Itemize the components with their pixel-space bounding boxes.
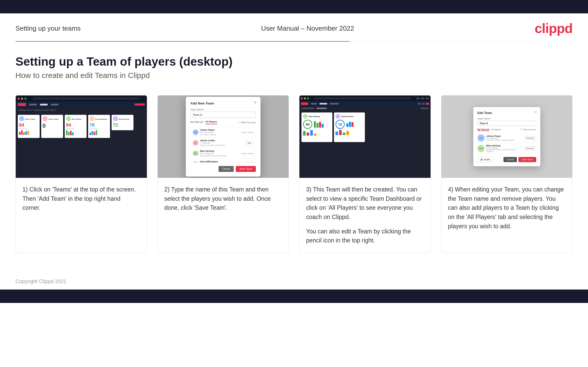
filter-label: Filter by name	[241, 121, 256, 124]
card-2: Add New Team ✕ Team Name * My Team (2) A…	[157, 95, 289, 253]
remove-player-button[interactable]: Remove	[524, 146, 536, 150]
trash-icon: 🗑	[480, 158, 483, 161]
filter-checkbox[interactable]	[238, 121, 240, 124]
nav-logo	[18, 103, 26, 106]
filter-by-name: Filter by name	[238, 121, 256, 124]
dot-green	[24, 98, 26, 100]
player-location: Royal North Devon Golf Club	[200, 155, 240, 157]
tpc-bars	[346, 122, 363, 127]
team-dash-content: Blair McHarg 94	[299, 110, 431, 178]
tpc-avatar	[303, 114, 308, 119]
list-item: DB Dave Billingham 3.6 Handicap The Gog …	[191, 159, 256, 163]
edit-team-name-input[interactable]	[477, 121, 536, 126]
modal-tabs: My Team (2) All Players Filter by name	[190, 120, 256, 124]
edit-player-item: AP Adrian Player Plus Handicap The Shire…	[477, 133, 536, 143]
player-card-mini-1: Adrian Collins 84 Player Quality	[18, 115, 40, 138]
player-info: Adrian Player Plus Handicap The Shire Lo…	[200, 129, 240, 136]
edit-modal-tabs: My Team (2) All Players Filter by name	[477, 128, 536, 131]
cancel-button[interactable]: Cancel	[219, 166, 234, 172]
edit-modal-title: Edit Team	[477, 111, 536, 115]
player-name: Blair McHarg	[200, 150, 240, 152]
modal-team-name-input[interactable]	[190, 112, 256, 118]
tpc-avatar	[335, 114, 340, 119]
header-manual-label: User Manual – November 2022	[261, 24, 354, 32]
card4-description: 4) When editing your Team, you can chang…	[448, 186, 564, 230]
top-bar	[0, 0, 588, 13]
url-bar	[33, 98, 140, 100]
modal-close-icon[interactable]: ✕	[254, 100, 257, 104]
card4-screenshot: Edit Team ✕ Team Name * My Team (2) All …	[441, 95, 573, 178]
tpc-chart	[303, 130, 331, 136]
header-section-label: Setting up your teams	[15, 24, 81, 32]
dot-green	[307, 98, 309, 99]
player-card-mini-2: Adrian Coliba 0 —	[41, 115, 63, 138]
controls	[416, 98, 429, 99]
delete-team-button[interactable]: 🗑 Delete	[477, 157, 493, 162]
edit-modal-label: Team Name *	[477, 117, 536, 120]
card1-description: 1) Click on 'Teams' at the top of the sc…	[22, 186, 136, 211]
player-name: Adrian Player	[486, 135, 523, 137]
player-club: 1 Handicap	[200, 142, 244, 144]
edit-tab-all-players[interactable]: All Players	[491, 128, 501, 131]
edit-modal-close-icon[interactable]: ✕	[534, 110, 537, 114]
edit-filter: Filter by name	[520, 128, 536, 131]
player-info: Dave Billingham 3.6 Handicap The Gog Mag…	[200, 160, 244, 163]
main-content: Setting up a Team of players (desktop) H…	[0, 42, 588, 273]
card3-description2: You can also edit a Team by clicking the…	[306, 227, 424, 245]
card2-description: 2) Type the name of this Team and then s…	[164, 186, 271, 211]
edit-team-modal: Edit Team ✕ Team Name * My Team (2) All …	[473, 107, 540, 166]
dash-content: Adrian Collins 84 Player Quality	[16, 113, 147, 140]
avatar: AC	[193, 140, 198, 146]
tpc-score-row: 72	[335, 120, 363, 129]
dash-nav	[16, 102, 147, 107]
add-team-modal: Add New Team ✕ Team Name * My Team (2) A…	[186, 97, 261, 177]
nav-perf	[330, 103, 339, 104]
player-name: Adrian Player	[200, 129, 240, 131]
modal-team-name-label: Team Name *	[190, 108, 256, 111]
dot-yellow	[21, 98, 23, 100]
footer: Copyright Clippd 2021	[0, 273, 588, 290]
tpc-top: Blair McHarg	[303, 114, 331, 119]
player-info: Adrian Coliba 1 Handicap Central London …	[200, 139, 244, 146]
card3-description1: 3) This Team will then be created. You c…	[306, 185, 424, 222]
edit-modal-footer: 🗑 Delete Cancel Save Team	[477, 157, 536, 162]
tpc-name: Richard Butler	[341, 116, 354, 117]
tpc-score: 94	[303, 120, 312, 129]
player-info: Blair McHarg Plus Handicap Royal North D…	[486, 144, 523, 152]
save-team-button[interactable]: Save Team	[236, 166, 256, 172]
add-player-button[interactable]: Add	[245, 162, 254, 163]
edit-save-team-button[interactable]: Save Team	[518, 157, 536, 162]
nav-teams	[320, 103, 327, 104]
tpc-top: Richard Butler	[335, 114, 363, 119]
player-club: Plus Handicap	[200, 131, 240, 134]
modal-footer: Cancel Save Team	[190, 166, 256, 172]
player-card-mini-5: Richard Butler 72	[112, 115, 133, 130]
edit-cancel-button[interactable]: Cancel	[503, 157, 517, 162]
url-bar	[314, 98, 411, 99]
card-3: Blair McHarg 94	[299, 95, 431, 253]
player-detail1: Plus Handicap	[486, 137, 523, 139]
tab-my-team[interactable]: My Team (2)	[190, 121, 203, 124]
tpc-score: 72	[335, 120, 345, 129]
dash-filter-label: Viewing 4 out of 4 players from All Play…	[16, 107, 147, 113]
remove-player-button[interactable]: Remove	[524, 136, 536, 140]
card1-screenshot: Viewing 4 out of 4 players from All Play…	[16, 95, 147, 178]
add-player-button[interactable]: Add	[245, 141, 254, 145]
edit-tab-my-team[interactable]: My Team (2)	[477, 128, 489, 131]
clippd-logo: clippd	[535, 21, 573, 36]
player-detail1: Plus Handicap	[486, 147, 523, 149]
avatar: DB	[193, 161, 198, 163]
edit-player-item: BM Blair McHarg Plus Handicap Royal Nort…	[477, 143, 536, 154]
nav-item-home	[29, 104, 37, 106]
filter-checkbox[interactable]	[520, 128, 522, 131]
team-player-card-2: Richard Butler 72	[334, 112, 365, 142]
team-player-card-1: Blair McHarg 94	[301, 112, 332, 142]
nav-item-teams	[40, 104, 48, 106]
nav-item-perf	[51, 104, 58, 106]
player-name: Blair McHarg	[486, 144, 523, 147]
cards-row: Viewing 4 out of 4 players from All Play…	[15, 95, 573, 253]
team-filter-bar	[299, 106, 431, 110]
add-team-btn	[135, 103, 145, 106]
tpc-bars	[314, 121, 331, 128]
tab-all-players[interactable]: All Players	[205, 120, 217, 124]
